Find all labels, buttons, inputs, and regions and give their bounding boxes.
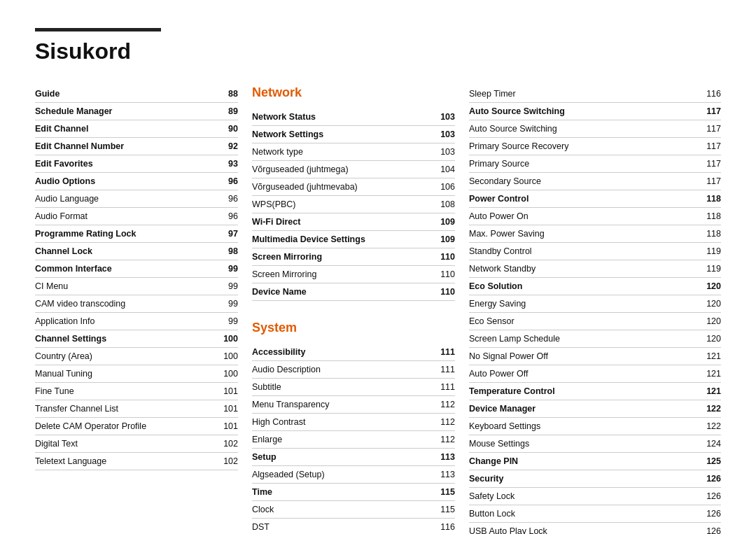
entry-page: 121 xyxy=(706,351,721,361)
entry-label: Common Interface xyxy=(35,264,112,274)
entry-label: Auto Power Off xyxy=(469,369,528,379)
entry-label: Teletext Language xyxy=(35,456,106,466)
list-item: Device Manager122 xyxy=(469,400,721,418)
title-bar xyxy=(35,28,161,31)
list-item: Security126 xyxy=(469,470,721,488)
list-item: Võrguseaded (juhtmevaba)106 xyxy=(252,178,455,196)
entry-label: Clock xyxy=(252,505,274,514)
entry-page: 109 xyxy=(440,234,455,244)
list-item: Primary Source Recovery117 xyxy=(469,138,721,155)
list-item: Channel Lock98 xyxy=(35,243,238,260)
entry-label: WPS(PBC) xyxy=(252,199,296,209)
entry-label: Keyboard Settings xyxy=(469,421,540,431)
entry-page: 103 xyxy=(440,147,455,157)
entry-label: Multimedia Device Settings xyxy=(252,234,365,244)
list-item: Application Info99 xyxy=(35,313,238,330)
entry-label: Guide xyxy=(35,89,59,99)
entry-label: Screen Mirroring xyxy=(252,252,322,262)
list-item: USB Auto Play Lock126 xyxy=(469,523,721,534)
entry-label: Time xyxy=(252,487,272,497)
right-toc-list: Sleep Timer116Auto Source Switching117Au… xyxy=(469,85,721,534)
list-item: Auto Source Switching117 xyxy=(469,103,721,120)
entry-label: Algseaded (Setup) xyxy=(252,470,325,479)
entry-label: Standby Control xyxy=(469,246,532,256)
entry-label: Manual Tuning xyxy=(35,369,92,379)
entry-page: 99 xyxy=(228,316,238,326)
list-item: Auto Source Switching117 xyxy=(469,120,721,138)
list-item: Max. Power Saving118 xyxy=(469,225,721,243)
entry-page: 120 xyxy=(706,316,721,326)
entry-page: 118 xyxy=(706,211,721,221)
entry-page: 101 xyxy=(223,421,238,431)
entry-page: 118 xyxy=(706,194,721,204)
entry-page: 116 xyxy=(440,522,455,532)
entry-label: Audio Description xyxy=(252,365,321,374)
network-toc-list: Network Status103Network Settings103Netw… xyxy=(252,108,455,301)
right-column: Sleep Timer116Auto Source Switching117Au… xyxy=(469,85,721,534)
entry-page: 112 xyxy=(440,435,455,444)
list-item: Võrguseaded (juhtmega)104 xyxy=(252,161,455,178)
entry-label: Security xyxy=(469,474,503,484)
entry-label: Schedule Manager xyxy=(35,106,112,116)
entry-label: No Signal Power Off xyxy=(469,351,548,361)
list-item: Manual Tuning100 xyxy=(35,365,238,383)
entry-label: Edit Favorites xyxy=(35,159,93,169)
entry-page: 115 xyxy=(440,505,455,514)
list-item: Edit Channel90 xyxy=(35,120,238,138)
entry-page: 89 xyxy=(228,106,238,116)
entry-label: USB Auto Play Lock xyxy=(469,526,547,534)
list-item: Multimedia Device Settings109 xyxy=(252,231,455,248)
entry-label: Delete CAM Operator Profile xyxy=(35,421,146,431)
entry-label: Change PIN xyxy=(469,456,518,466)
list-item: Audio Options96 xyxy=(35,173,238,190)
entry-page: 113 xyxy=(440,470,455,479)
list-item: Audio Language96 xyxy=(35,190,238,208)
entry-label: Device Manager xyxy=(469,404,536,414)
entry-page: 113 xyxy=(440,452,455,462)
entry-page: 100 xyxy=(223,369,238,379)
list-item: Digital Text102 xyxy=(35,435,238,453)
entry-page: 126 xyxy=(706,474,721,484)
network-heading: Network xyxy=(252,85,455,100)
left-toc-list: Guide88Schedule Manager89Edit Channel90E… xyxy=(35,85,238,470)
entry-label: Channel Lock xyxy=(35,246,92,256)
entry-page: 126 xyxy=(706,526,721,534)
entry-page: 90 xyxy=(228,124,238,134)
page-title: Sisukord xyxy=(35,38,721,64)
list-item: Network Status103 xyxy=(252,108,455,126)
list-item: Edit Favorites93 xyxy=(35,155,238,173)
entry-page: 108 xyxy=(440,199,455,209)
entry-page: 104 xyxy=(440,164,455,174)
list-item: Auto Power Off121 xyxy=(469,365,721,383)
left-column: Guide88Schedule Manager89Edit Channel90E… xyxy=(35,85,252,534)
entry-page: 122 xyxy=(706,404,721,414)
entry-label: Max. Power Saving xyxy=(469,229,545,239)
entry-label: Power Control xyxy=(469,194,528,204)
entry-label: Button Lock xyxy=(469,509,515,519)
list-item: Enlarge112 xyxy=(252,431,455,449)
entry-label: Network Settings xyxy=(252,129,323,139)
entry-page: 97 xyxy=(228,229,238,239)
list-item: Channel Settings100 xyxy=(35,330,238,348)
entry-page: 121 xyxy=(706,369,721,379)
entry-page: 117 xyxy=(706,176,721,186)
list-item: Change PIN125 xyxy=(469,453,721,470)
entry-page: 93 xyxy=(228,159,238,169)
list-item: Time115 xyxy=(252,484,455,501)
entry-page: 99 xyxy=(228,299,238,309)
entry-page: 120 xyxy=(706,281,721,291)
entry-label: Channel Settings xyxy=(35,334,106,344)
list-item: Keyboard Settings122 xyxy=(469,418,721,435)
list-item: High Contrast112 xyxy=(252,414,455,431)
list-item: Subtitle111 xyxy=(252,379,455,396)
entry-page: 112 xyxy=(440,400,455,409)
list-item: Power Control118 xyxy=(469,190,721,208)
entry-page: 122 xyxy=(706,421,721,431)
list-item: Edit Channel Number92 xyxy=(35,138,238,155)
entry-label: Võrguseaded (juhtmevaba) xyxy=(252,182,358,192)
list-item: Primary Source117 xyxy=(469,155,721,173)
entry-label: Country (Area) xyxy=(35,351,92,361)
list-item: Screen Mirroring110 xyxy=(252,266,455,283)
entry-page: 118 xyxy=(706,229,721,239)
entry-label: Transfer Channel List xyxy=(35,404,118,414)
